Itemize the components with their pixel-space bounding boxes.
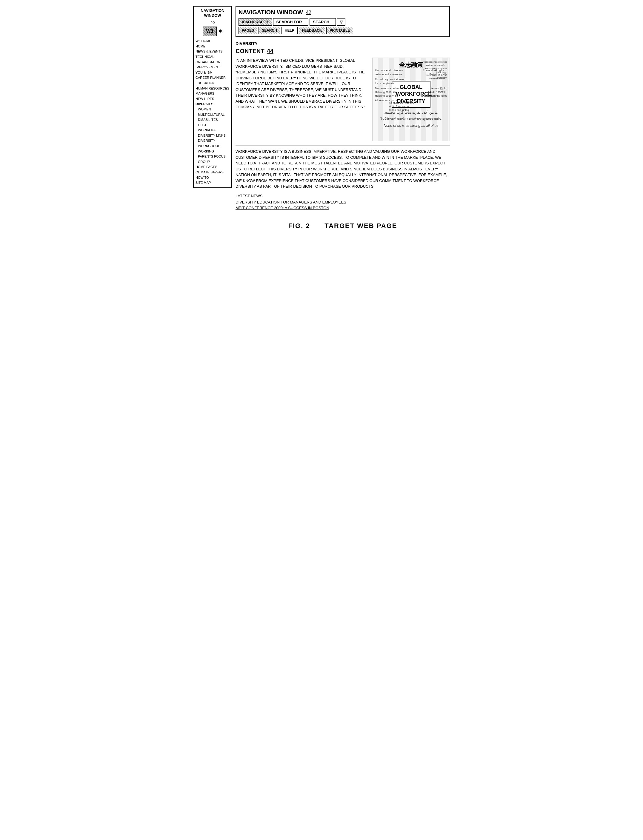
top-nav-title: NAVIGATION WINDOW bbox=[238, 9, 303, 16]
nav-bar-row1: IBM HURSLEY SEARCH FOR... SEARCH... ▽ bbox=[238, 18, 447, 26]
search-for-btn[interactable]: SEARCH FOR... bbox=[273, 18, 308, 26]
image-content: 全志融策 Reconocendo diversasculturas entre … bbox=[374, 60, 448, 139]
nav-link-news-events[interactable]: NEWS & EVENTS bbox=[196, 49, 230, 54]
nav-link-women[interactable]: WOMEN bbox=[196, 107, 230, 112]
diversity-image-box: 全志融策 Reconocendo diversasculturas entre … bbox=[372, 58, 450, 141]
content-body: IN AN INTERVIEW WITH TED CHILDS, VICE PR… bbox=[235, 58, 450, 141]
nav-link-diversity[interactable]: DIVERSITY bbox=[196, 101, 230, 107]
multilang-left1: Reconociendo diversasculturas entre noso… bbox=[375, 68, 403, 76]
feedback-btn[interactable]: FEEDBACK bbox=[299, 27, 325, 34]
figure-label: FIG. 2 bbox=[288, 222, 310, 230]
left-nav-title: NAVIGATIONWINDOW bbox=[196, 8, 230, 19]
nav-link-education[interactable]: EDUCATION bbox=[196, 81, 230, 86]
left-sidebar: NAVIGATIONWINDOW 40 W3 ✶ W3 HOMEHOMENEWS… bbox=[193, 6, 232, 188]
dropdown-btn[interactable]: ▽ bbox=[337, 18, 345, 26]
nav-link-climate-savers[interactable]: CLIMATE SAVERS bbox=[196, 170, 230, 175]
figure-caption: FIG. 2 TARGET WEB PAGE bbox=[235, 222, 450, 230]
outer-wrapper: NAVIGATIONWINDOW 40 W3 ✶ W3 HOMEHOMENEWS… bbox=[193, 6, 450, 230]
nav-link-work-life[interactable]: WORK/LIFE bbox=[196, 128, 230, 133]
multilang-arabic: ما من أحدنا بفرده ديات قريتا مجتمعة bbox=[375, 110, 447, 115]
nav-link-managers[interactable]: MANAGERS bbox=[196, 91, 230, 96]
content-header-number: 44 bbox=[267, 48, 273, 55]
search-tab-btn[interactable]: SEARCH bbox=[258, 27, 280, 34]
nav-link-new-hires[interactable]: NEW HIRES bbox=[196, 96, 230, 102]
figure-caption-text: TARGET WEB PAGE bbox=[325, 222, 397, 230]
multilang-right2: ...temes. 些: kf;hitsdf, 1933!! kf;is pla… bbox=[420, 86, 447, 98]
w3-logo-area: W3 ✶ bbox=[196, 26, 230, 36]
nav-link-home-pages[interactable]: HOME PAGES bbox=[196, 164, 230, 170]
nav-link-diversity-workgroup[interactable]: DIVERSITY WORKGROUP bbox=[196, 138, 230, 148]
section-label: DIVERSITY bbox=[235, 41, 450, 46]
multilang-english-bottom: None of us is as strong as all of us bbox=[375, 123, 447, 128]
nav-link-working-parents-focus[interactable]: WORKING PARENTS FOCUS bbox=[196, 149, 230, 160]
nav-link-group[interactable]: GROUP bbox=[196, 160, 230, 165]
multilang-right1: Ebner altskin ptke toRelind indr alle zu… bbox=[420, 68, 447, 80]
nav-link-w3-home[interactable]: W3 HOME bbox=[196, 39, 230, 44]
news-link-1[interactable]: DIVERSITY EDUCATION FOR MANAGERS AND EMP… bbox=[235, 200, 450, 204]
nav-link-technical[interactable]: TECHNICAL bbox=[196, 54, 230, 60]
top-nav-box: NAVIGATION WINDOW 42 IBM HURSLEY SEARCH … bbox=[235, 6, 450, 37]
left-nav-number: 40 bbox=[196, 20, 230, 25]
nav-link-home[interactable]: HOME bbox=[196, 44, 230, 49]
main-content: NAVIGATION WINDOW 42 IBM HURSLEY SEARCH … bbox=[235, 6, 450, 230]
nav-link-career-planner[interactable]: CAREER PLANNER bbox=[196, 75, 230, 81]
multilang-thai: ไม่มีใครแข็งแกร่งเสมอเท่าเราทุกคนรวมกัน bbox=[375, 117, 447, 121]
nav-bar-row2: PAGES SEARCH HELP FEEDBACK PRINTABLE bbox=[238, 27, 447, 34]
nav-link-diversity-links[interactable]: DIVERSITY LINKS bbox=[196, 133, 230, 138]
content-header-text: CONTENT bbox=[235, 48, 264, 55]
help-btn[interactable]: HELP bbox=[281, 27, 298, 34]
printable-btn[interactable]: PRINTABLE bbox=[326, 27, 353, 34]
nav-link-organisation[interactable]: ORGANISATION bbox=[196, 60, 230, 65]
nav-link-human-resources[interactable]: HUMAN RESOURCES bbox=[196, 86, 230, 91]
nav-link-disabilites[interactable]: DISABILITES bbox=[196, 117, 230, 123]
ibm-hursley-btn[interactable]: IBM HURSLEY bbox=[238, 18, 272, 26]
nav-link-multicultural[interactable]: MULTICULTURAL bbox=[196, 112, 230, 117]
nav-link-site-map[interactable]: SITE MAP bbox=[196, 180, 230, 186]
search-btn[interactable]: SEARCH... bbox=[310, 18, 336, 26]
quote-text: IN AN INTERVIEW WITH TED CHILDS, VICE PR… bbox=[235, 58, 367, 141]
content-header: CONTENT 44 bbox=[235, 48, 450, 55]
multilang-left2: Ricordo agli anni stranieritra di noi pl… bbox=[375, 78, 405, 85]
left-nav-links: W3 HOMEHOMENEWS & EVENTSTECHNICALORGANIS… bbox=[196, 39, 230, 186]
nav-link-glbt[interactable]: GLBT bbox=[196, 123, 230, 128]
pages-btn[interactable]: PAGES bbox=[238, 27, 257, 34]
star-icon: ✶ bbox=[218, 28, 222, 34]
top-nav-title-row: NAVIGATION WINDOW 42 bbox=[238, 9, 447, 16]
news-link-2[interactable]: MPIT CONFERENCE 2000: A SUCCESS IN BOSTO… bbox=[235, 205, 450, 210]
nav-link-improvement[interactable]: IMPROVEMENT bbox=[196, 65, 230, 70]
multilang-left3: Biorren ods a oérhersHelsring 2018, kféH… bbox=[375, 86, 401, 98]
workforce-text: WORKFORCE DIVERSITY IS A BUSINESS IMPERA… bbox=[235, 145, 450, 189]
latest-news-label: LATEST NEWS bbox=[235, 194, 450, 198]
nav-link-how-to[interactable]: HOW TO bbox=[196, 175, 230, 181]
top-nav-number: 42 bbox=[306, 10, 311, 15]
w3-badge: W3 bbox=[203, 26, 217, 36]
latest-news-section: LATEST NEWS DIVERSITY EDUCATION FOR MANA… bbox=[235, 194, 450, 210]
nav-link-you-ibm[interactable]: YOU & IBM bbox=[196, 70, 230, 75]
